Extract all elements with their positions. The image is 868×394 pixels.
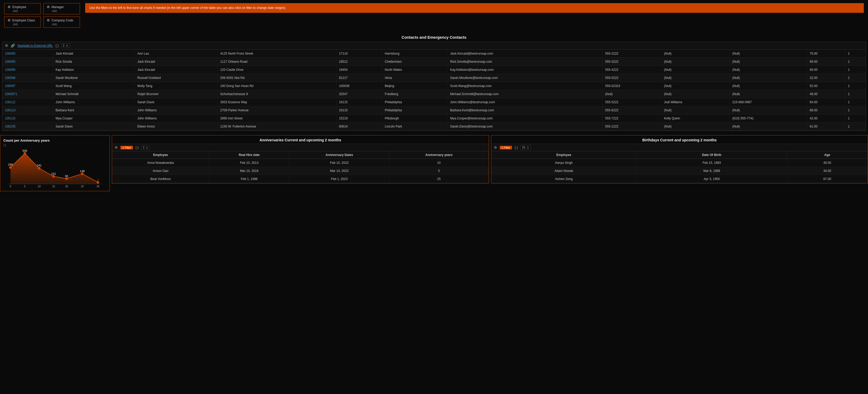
employee-class-filter-label: Employee Class xyxy=(12,19,35,22)
bday-filter-badge[interactable]: 1 Filter xyxy=(500,146,512,149)
x-label-0: 0 xyxy=(10,185,11,188)
cell-email: Mya.Cooper@bestrunsap.com xyxy=(447,115,602,123)
cell-email: Scott.Wang@bestrunsap.com xyxy=(447,82,602,90)
bday-tbody: Aanya SinghFeb 15, 198340.00Adam NowakMa… xyxy=(491,159,868,183)
ann-cell-employee: Anson Gao xyxy=(112,167,209,175)
cell-emergency-contact: Kelly Quinn xyxy=(661,115,730,123)
cell-email: Jack.Kincaid@bestrunsap.com xyxy=(447,50,602,58)
cell-id[interactable]: 100135 xyxy=(2,123,53,131)
cell-id[interactable]: 100112 xyxy=(2,98,53,107)
cell-emergency-contact: Jodi Williams xyxy=(661,98,730,107)
cell-zip: 60614 xyxy=(336,123,382,131)
chart-label-2: 241 xyxy=(37,164,41,167)
ann-gear-icon[interactable]: ⚙ xyxy=(115,146,118,149)
cell-zip: 15219 xyxy=(336,115,382,123)
cell-city: Harrisburg xyxy=(382,50,447,58)
cell-count: 1 xyxy=(845,98,866,107)
cell-age: 32.00 xyxy=(807,74,845,82)
ann-row: Anson GaoMar 14, 2018Mar 14, 20235 xyxy=(112,167,489,175)
cell-phone: 555-5222 xyxy=(602,98,661,107)
ann-thead: Employee Real Hire date Anniversary Date… xyxy=(112,151,489,159)
cell-id[interactable]: 100083 xyxy=(2,50,53,58)
gear-icon-manager: ⚙ xyxy=(47,5,50,9)
ann-cell-hire: Feb 1, 1998 xyxy=(209,175,289,183)
cell-zip: 32547 xyxy=(336,90,382,98)
cell-employee: Michael Schmidt xyxy=(53,90,134,98)
employee-class-filter[interactable]: ⚙ Employee Class (All) xyxy=(4,17,41,28)
cell-zip: 17110 xyxy=(336,50,382,58)
cell-email: Rick.Smolla@bestrunsap.com xyxy=(447,58,602,66)
anniversaries-table: Employee Real Hire date Anniversary Date… xyxy=(112,151,489,183)
cell-city: Alma xyxy=(382,74,447,82)
cell-emergency-phone: (Null) xyxy=(730,107,807,115)
cell-age: 52.00 xyxy=(807,82,845,90)
cell-emergency-contact: (Null) xyxy=(661,82,730,90)
x-label-2: 10 xyxy=(38,185,41,188)
cell-id[interactable]: 100095 xyxy=(2,66,53,74)
ann-cell-hire: Mar 14, 2018 xyxy=(209,167,289,175)
cell-email: Michael.Schmidt@bestrunsap.com xyxy=(447,90,602,98)
cell-emergency-contact: (Null) xyxy=(661,74,730,82)
ann-filter-badge[interactable]: 1 Filter xyxy=(120,146,133,149)
cell-address: 1117 Orleans Road xyxy=(218,58,336,66)
data-point-5 xyxy=(81,173,84,175)
bday-cell-dob: Feb 15, 1983 xyxy=(637,159,787,167)
cell-count: 1 xyxy=(845,66,866,74)
bday-gear-icon[interactable]: ⚙ xyxy=(494,146,497,149)
cell-zip: 19115 xyxy=(336,107,382,115)
ann-cell-years: 10 xyxy=(390,159,489,167)
cell-city: Philadelphia xyxy=(382,98,447,107)
alert-banner: Use the filters to the left to fine-tune… xyxy=(85,3,864,13)
cell-emergency-contact: (Null) xyxy=(661,107,730,115)
navigate-external-link[interactable]: Navigate to External URL xyxy=(18,44,53,48)
ann-cell-employee: Beat VonMoos xyxy=(112,175,209,183)
main-table-title: Contacts and Emergency Contacts xyxy=(0,31,868,41)
cell-manager: Jack Kincaid xyxy=(134,66,217,74)
cell-id[interactable]: 100097 xyxy=(2,82,53,90)
cell-employee: Scott Wang xyxy=(53,82,134,90)
anniversary-chart-panel: Count per Anniversary years { } xyxy=(0,135,110,191)
anniversaries-table-scroll[interactable]: Employee Real Hire date Anniversary Date… xyxy=(112,151,489,183)
filter-col-left: ⚙ Employee (All) ⚙ Manager (All) ⚙ Emplo… xyxy=(4,3,80,28)
ann-cell-employee: Anna Nowakowska xyxy=(112,159,209,167)
cell-id[interactable]: 100113 xyxy=(2,107,53,115)
cell-age: 61.00 xyxy=(807,123,845,131)
main-table-scroll[interactable]: 100083Jack KincaidAnn Lau4125 North Fron… xyxy=(2,50,866,131)
cell-id[interactable]: 100115 xyxy=(2,115,53,123)
bday-col-age: Age xyxy=(787,151,867,159)
birthdays-table-scroll[interactable]: Employee Date Of Birth Age Aanya SinghFe… xyxy=(491,151,868,183)
table-row: 100097Scott WangMolly Tang190 Dong San H… xyxy=(2,82,866,90)
ann-cell-years: 25 xyxy=(390,175,489,183)
manager-filter[interactable]: ⚙ Manager (All) xyxy=(43,3,80,14)
cell-manager: Jack Kincaid xyxy=(134,58,217,66)
employee-filter[interactable]: ⚙ Employee (All) xyxy=(4,3,41,14)
bday-cell-age: 40.00 xyxy=(787,159,867,167)
cell-phone: 555-2222 xyxy=(602,50,661,58)
manager-filter-label: Manager xyxy=(52,5,64,9)
toolbar-gear-icon[interactable]: ⚙ xyxy=(5,43,8,48)
table-row: 100115Mya CooperJohn Williams2890 Ash St… xyxy=(2,115,866,123)
company-code-filter[interactable]: ⚙ Company Code (All) xyxy=(43,17,80,28)
cell-id[interactable]: 100096 xyxy=(2,74,53,82)
employee-class-filter-value: (All) xyxy=(7,23,37,26)
cell-zip: 19012 xyxy=(336,58,382,66)
bday-row: Aanya SinghFeb 15, 198340.00 xyxy=(491,159,868,167)
ann-cell-ann: Mar 14, 2023 xyxy=(289,167,389,175)
cell-emergency-contact: (Null) xyxy=(661,58,730,66)
cell-count: 1 xyxy=(845,115,866,123)
cell-employee: Kay Holliston xyxy=(53,66,134,74)
main-table-section: ⚙ 🔗 Navigate to External URL { } 2 ⚠ 100… xyxy=(2,41,866,131)
cell-emergency-phone: (Null) xyxy=(730,58,807,66)
ann-cell-years: 5 xyxy=(390,167,489,175)
cell-count: 1 xyxy=(845,50,866,58)
chart-label-4: 65 xyxy=(65,175,68,178)
cell-id[interactable]: 1000971 xyxy=(2,90,53,98)
ann-badge: 2 ⚠ xyxy=(141,145,150,150)
cell-emergency-phone: (Null) xyxy=(730,66,807,74)
data-point-2 xyxy=(38,167,40,170)
manager-filter-value: (All) xyxy=(47,9,76,12)
main-data-table: 100083Jack KincaidAnn Lau4125 North Fron… xyxy=(2,50,866,131)
cell-manager: Ralph Brunnert xyxy=(134,90,217,98)
cell-id[interactable]: 100093 xyxy=(2,58,53,66)
ann-tbody: Anna NowakowskaFeb 10, 2013Feb 10, 20231… xyxy=(112,159,489,183)
